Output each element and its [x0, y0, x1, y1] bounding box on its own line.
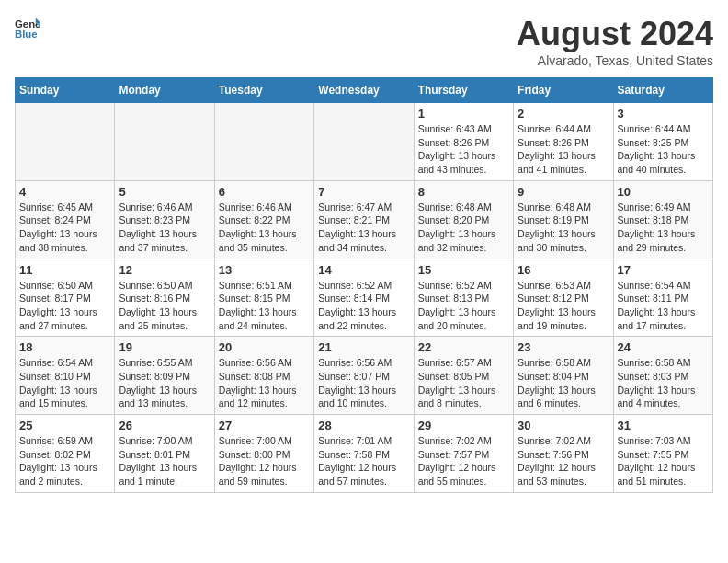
day-info: Sunrise: 7:01 AM Sunset: 7:58 PM Dayligh… [318, 434, 409, 488]
day-number: 23 [518, 340, 609, 354]
day-number: 6 [219, 185, 310, 199]
day-info: Sunrise: 7:03 AM Sunset: 7:55 PM Dayligh… [618, 434, 709, 488]
day-info: Sunrise: 6:49 AM Sunset: 8:18 PM Dayligh… [618, 201, 709, 255]
calendar-cell: 16Sunrise: 6:53 AM Sunset: 8:12 PM Dayli… [514, 259, 613, 337]
day-info: Sunrise: 6:52 AM Sunset: 8:14 PM Dayligh… [318, 279, 409, 333]
day-number: 26 [119, 419, 210, 432]
day-number: 29 [418, 419, 509, 432]
day-number: 1 [418, 107, 509, 121]
day-info: Sunrise: 6:57 AM Sunset: 8:05 PM Dayligh… [418, 356, 509, 410]
calendar-week-row: 4Sunrise: 6:45 AM Sunset: 8:24 PM Daylig… [16, 180, 713, 259]
calendar-header-row: SundayMondayTuesdayWednesdayThursdayFrid… [16, 78, 713, 103]
day-info: Sunrise: 6:54 AM Sunset: 8:11 PM Dayligh… [618, 279, 709, 333]
day-info: Sunrise: 6:59 AM Sunset: 8:02 PM Dayligh… [19, 434, 110, 488]
calendar-cell [214, 103, 313, 181]
day-number: 21 [318, 340, 409, 354]
day-info: Sunrise: 7:02 AM Sunset: 7:56 PM Dayligh… [518, 434, 609, 488]
day-number: 25 [19, 419, 110, 432]
day-number: 22 [418, 340, 509, 354]
calendar-cell: 7Sunrise: 6:47 AM Sunset: 8:21 PM Daylig… [314, 180, 414, 259]
day-header-sunday: Sunday [16, 78, 115, 103]
calendar-cell: 25Sunrise: 6:59 AM Sunset: 8:02 PM Dayli… [16, 415, 115, 493]
calendar-cell: 6Sunrise: 6:46 AM Sunset: 8:22 PM Daylig… [214, 180, 313, 259]
day-number: 2 [518, 107, 609, 121]
calendar-table: SundayMondayTuesdayWednesdayThursdayFrid… [15, 77, 713, 493]
calendar-week-row: 11Sunrise: 6:50 AM Sunset: 8:17 PM Dayli… [16, 259, 713, 337]
calendar-week-row: 18Sunrise: 6:54 AM Sunset: 8:10 PM Dayli… [16, 337, 713, 415]
calendar-cell: 9Sunrise: 6:48 AM Sunset: 8:19 PM Daylig… [514, 180, 613, 259]
day-number: 19 [119, 340, 210, 354]
day-info: Sunrise: 6:54 AM Sunset: 8:10 PM Dayligh… [19, 356, 110, 410]
day-number: 16 [518, 263, 609, 277]
day-info: Sunrise: 6:58 AM Sunset: 8:04 PM Dayligh… [518, 356, 609, 410]
day-number: 24 [618, 340, 709, 354]
calendar-cell: 4Sunrise: 6:45 AM Sunset: 8:24 PM Daylig… [16, 180, 115, 259]
calendar-cell: 2Sunrise: 6:44 AM Sunset: 8:26 PM Daylig… [514, 103, 613, 181]
day-info: Sunrise: 6:48 AM Sunset: 8:20 PM Dayligh… [418, 201, 509, 255]
main-title: August 2024 [517, 15, 713, 53]
day-number: 8 [418, 185, 509, 199]
day-number: 15 [418, 263, 509, 277]
calendar-cell: 31Sunrise: 7:03 AM Sunset: 7:55 PM Dayli… [613, 415, 712, 493]
day-info: Sunrise: 6:44 AM Sunset: 8:26 PM Dayligh… [518, 122, 609, 177]
svg-text:Blue: Blue [15, 29, 38, 40]
day-header-monday: Monday [115, 78, 214, 103]
calendar-cell: 14Sunrise: 6:52 AM Sunset: 8:14 PM Dayli… [314, 259, 414, 337]
day-number: 18 [19, 340, 110, 354]
calendar-cell: 23Sunrise: 6:58 AM Sunset: 8:04 PM Dayli… [514, 337, 613, 415]
day-number: 3 [618, 107, 709, 121]
day-header-tuesday: Tuesday [214, 78, 313, 103]
logo: General Blue [15, 15, 40, 40]
day-info: Sunrise: 6:45 AM Sunset: 8:24 PM Dayligh… [19, 201, 110, 255]
day-number: 31 [618, 419, 709, 432]
day-info: Sunrise: 6:56 AM Sunset: 8:08 PM Dayligh… [219, 356, 310, 410]
day-number: 11 [19, 263, 110, 277]
day-number: 13 [219, 263, 310, 277]
day-number: 4 [19, 185, 110, 199]
calendar-cell: 8Sunrise: 6:48 AM Sunset: 8:20 PM Daylig… [414, 180, 513, 259]
day-number: 20 [219, 340, 310, 354]
day-number: 7 [318, 185, 409, 199]
subtitle: Alvarado, Texas, United States [517, 53, 713, 68]
day-number: 9 [518, 185, 609, 199]
calendar-week-row: 1Sunrise: 6:43 AM Sunset: 8:26 PM Daylig… [16, 103, 713, 181]
calendar-cell [16, 103, 115, 181]
day-number: 27 [219, 419, 310, 432]
calendar-cell: 24Sunrise: 6:58 AM Sunset: 8:03 PM Dayli… [613, 337, 712, 415]
calendar-cell: 5Sunrise: 6:46 AM Sunset: 8:23 PM Daylig… [115, 180, 214, 259]
day-header-saturday: Saturday [613, 78, 712, 103]
calendar-cell: 17Sunrise: 6:54 AM Sunset: 8:11 PM Dayli… [613, 259, 712, 337]
day-info: Sunrise: 7:02 AM Sunset: 7:57 PM Dayligh… [418, 434, 509, 488]
calendar-cell [314, 103, 414, 181]
day-info: Sunrise: 6:46 AM Sunset: 8:23 PM Dayligh… [119, 201, 210, 255]
logo-icon: General Blue [15, 15, 40, 40]
day-header-wednesday: Wednesday [314, 78, 414, 103]
day-info: Sunrise: 6:52 AM Sunset: 8:13 PM Dayligh… [418, 279, 509, 333]
calendar-cell: 13Sunrise: 6:51 AM Sunset: 8:15 PM Dayli… [214, 259, 313, 337]
day-number: 14 [318, 263, 409, 277]
calendar-cell [115, 103, 214, 181]
day-info: Sunrise: 6:46 AM Sunset: 8:22 PM Dayligh… [219, 201, 310, 255]
day-info: Sunrise: 6:51 AM Sunset: 8:15 PM Dayligh… [219, 279, 310, 333]
day-info: Sunrise: 6:58 AM Sunset: 8:03 PM Dayligh… [618, 356, 709, 410]
day-header-thursday: Thursday [414, 78, 513, 103]
page-header: General Blue August 2024 Alvarado, Texas… [15, 15, 713, 68]
day-info: Sunrise: 6:53 AM Sunset: 8:12 PM Dayligh… [518, 279, 609, 333]
day-info: Sunrise: 6:47 AM Sunset: 8:21 PM Dayligh… [318, 201, 409, 255]
day-info: Sunrise: 6:50 AM Sunset: 8:17 PM Dayligh… [19, 279, 110, 333]
calendar-cell: 15Sunrise: 6:52 AM Sunset: 8:13 PM Dayli… [414, 259, 513, 337]
calendar-cell: 12Sunrise: 6:50 AM Sunset: 8:16 PM Dayli… [115, 259, 214, 337]
day-number: 17 [618, 263, 709, 277]
calendar-cell: 30Sunrise: 7:02 AM Sunset: 7:56 PM Dayli… [514, 415, 613, 493]
calendar-cell: 27Sunrise: 7:00 AM Sunset: 8:00 PM Dayli… [214, 415, 313, 493]
day-info: Sunrise: 7:00 AM Sunset: 8:01 PM Dayligh… [119, 434, 210, 488]
calendar-cell: 3Sunrise: 6:44 AM Sunset: 8:25 PM Daylig… [613, 103, 712, 181]
calendar-cell: 18Sunrise: 6:54 AM Sunset: 8:10 PM Dayli… [16, 337, 115, 415]
day-number: 10 [618, 185, 709, 199]
calendar-cell: 28Sunrise: 7:01 AM Sunset: 7:58 PM Dayli… [314, 415, 414, 493]
day-info: Sunrise: 7:00 AM Sunset: 8:00 PM Dayligh… [219, 434, 310, 488]
day-info: Sunrise: 6:55 AM Sunset: 8:09 PM Dayligh… [119, 356, 210, 410]
calendar-cell: 20Sunrise: 6:56 AM Sunset: 8:08 PM Dayli… [214, 337, 313, 415]
day-info: Sunrise: 6:50 AM Sunset: 8:16 PM Dayligh… [119, 279, 210, 333]
day-number: 30 [518, 419, 609, 432]
